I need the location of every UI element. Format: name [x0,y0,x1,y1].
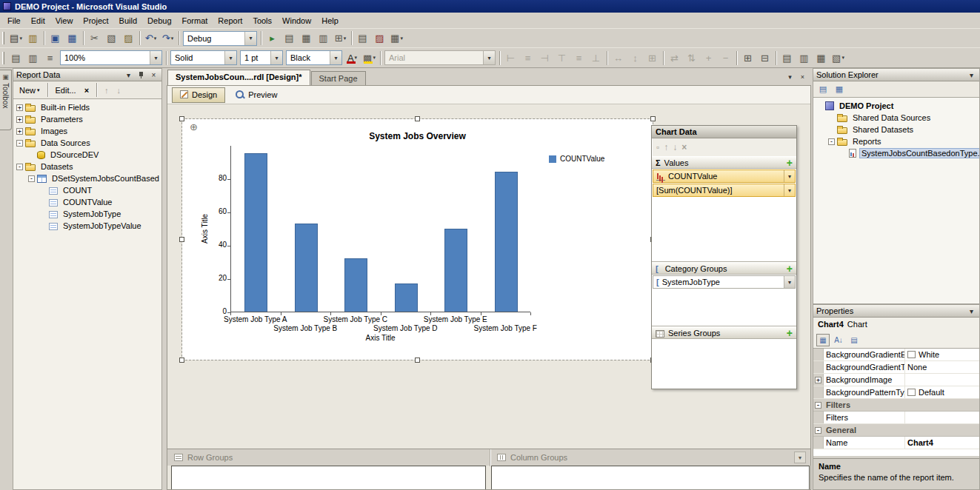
toolbar-grip[interactable] [2,52,4,64]
tree-item-reports[interactable]: -Reports [813,135,979,147]
move-down-icon[interactable]: ↓ [114,84,124,96]
solution-configurations-combobox[interactable]: Debug▾ [183,31,257,46]
add-category-group-icon[interactable]: + [787,265,793,272]
tree-item-built-in-fields[interactable]: +Built-in Fields [13,101,161,113]
resize-handle[interactable] [179,237,184,242]
align-lefts-icon[interactable]: ▤ [779,50,796,66]
align-middle-icon[interactable]: ≡ [570,50,587,66]
chevron-down-icon[interactable]: ▾ [784,184,795,196]
delete-icon[interactable]: × [81,84,92,96]
resize-handle[interactable] [179,116,184,121]
menu-report[interactable]: Report [213,14,247,27]
collapse-expander-icon[interactable]: - [815,402,821,409]
menu-tools[interactable]: Tools [247,14,277,27]
chart-plot-area[interactable] [230,146,530,312]
new-button[interactable]: New▾ [16,84,43,96]
undo-icon[interactable]: ↶▾ [142,30,159,47]
tree-item-parameters[interactable]: +Parameters [13,113,161,125]
toolbox-autohide-tab[interactable]: ▣ Toolbox [0,70,12,130]
border-color-combobox[interactable]: Black▾ [286,50,342,65]
align-left-icon[interactable]: ⊢ [502,50,519,66]
bar-system-job-type-e[interactable] [444,229,467,312]
tree-item-shared-datasets[interactable]: Shared Datasets [813,124,979,135]
foreground-color-icon[interactable]: A▾ [344,50,361,66]
increase-spacing-icon[interactable]: + [700,50,717,66]
border-style-combobox[interactable]: Solid▾ [170,50,237,65]
save-icon[interactable]: ▣ [47,30,64,47]
float-panel-icon[interactable]: ▫ [656,142,659,152]
row-groups-area[interactable] [171,466,486,490]
copy-icon[interactable]: ▧ [103,30,120,47]
chevron-down-icon[interactable]: ▾ [967,306,976,316]
move-up-icon[interactable]: ↑ [101,84,112,96]
property-value[interactable]: Chart4 [905,437,979,449]
design-surface[interactable]: ⊕ System Jobs Overview COUNTValue Axis T… [167,104,810,447]
value-expression-row[interactable]: [Sum(COUNTValue)] ▾ [653,184,796,197]
property-pages-icon[interactable]: ▤ [847,334,861,346]
tree-item-images[interactable]: +Images [13,125,161,137]
tab-preview[interactable]: Preview [227,87,284,102]
categorized-icon[interactable]: ▦ [816,334,830,346]
align-center-icon[interactable]: ≡ [519,50,536,66]
collapse-expander-icon[interactable]: - [815,427,821,434]
send-to-back-icon[interactable]: ⊟ [756,50,773,66]
size-to-grid-icon[interactable]: ▦ [813,50,830,66]
property-row-name[interactable]: NameChart4 [813,437,979,449]
find-icon[interactable]: ▤ [281,30,298,47]
x-axis-title[interactable]: Axis Title [230,334,530,342]
menu-build[interactable]: Build [114,14,142,27]
resize-handle[interactable] [415,116,420,121]
move-up-icon[interactable]: ↑ [664,142,668,152]
tree-item-countvalue[interactable]: COUNTValue [13,196,161,208]
chart-legend[interactable]: COUNTValue [549,155,604,163]
collapse-expander-icon[interactable]: - [828,138,835,145]
property-row-filters[interactable]: Filters [813,412,979,424]
zoom-combobox[interactable]: 100%▾ [60,50,162,65]
collapse-expander-icon[interactable]: - [28,175,35,182]
value-field-row[interactable]: COUNTValue ▾ [653,170,796,183]
bar-system-job-type-c[interactable] [344,258,367,312]
save-all-icon[interactable]: ▦ [64,30,81,47]
alphabetical-sort-icon[interactable]: A↓ [832,334,845,346]
bar-system-job-type-a[interactable] [244,153,267,312]
paste-icon[interactable]: ▨ [120,30,137,47]
tree-item-count[interactable]: COUNT [13,184,161,196]
menu-file[interactable]: File [2,14,26,27]
object-selector-combobox[interactable]: Chart4Chart [813,318,979,332]
vertical-spacing-icon[interactable]: ⇅ [683,50,700,66]
page-setup-icon[interactable]: ▥ [24,50,41,66]
menu-help[interactable]: Help [316,14,344,27]
border-width-combobox[interactable]: 1 pt▾ [240,50,283,65]
make-same-height-icon[interactable]: ↕ [627,50,644,66]
tree-item-systemjobscountbasedontype[interactable]: SystemJobsCountBasedonType... [813,147,979,159]
add-series-group-icon[interactable]: + [787,329,793,337]
tab-report-document[interactable]: SystemJobsCoun....rdl [Design]* [167,70,310,85]
make-same-size-icon[interactable]: ⊞ [644,50,661,66]
background-color-icon[interactable]: ▩▾ [361,50,378,66]
bar-system-job-type-b[interactable] [295,224,318,312]
bar-system-job-type-f[interactable] [495,172,518,312]
chart-title[interactable]: System Jobs Overview [182,131,653,141]
property-row-backgroundimage[interactable]: +BackgroundImage [813,374,979,386]
property-value[interactable]: Default [905,386,979,398]
menu-debug[interactable]: Debug [142,14,176,27]
expand-expander-icon[interactable]: + [16,104,23,111]
tab-design[interactable]: Design [172,87,225,103]
expand-expander-icon[interactable]: + [815,377,821,383]
tree-item-dsourcedev[interactable]: DSourceDEV [13,149,161,161]
horizontal-spacing-icon[interactable]: ⇄ [666,50,683,66]
error-list-icon[interactable]: ▨ [371,30,388,47]
tree-item-datasets[interactable]: -Datasets [13,161,161,172]
decrease-spacing-icon[interactable]: − [717,50,734,66]
column-groups-area[interactable] [491,466,810,490]
y-axis-title[interactable]: Axis Title [201,214,209,244]
close-icon[interactable]: × [149,70,159,80]
active-files-chevron-icon[interactable]: ▾ [784,71,796,82]
layout-options-icon[interactable]: ▧▾ [830,50,847,66]
align-top-icon[interactable]: ⊤ [553,50,570,66]
cut-icon[interactable]: ✂ [86,30,103,47]
align-right-icon[interactable]: ⊣ [536,50,553,66]
start-debugging-icon[interactable]: ▸ [264,30,281,47]
add-value-icon[interactable]: + [787,159,793,167]
chevron-down-icon[interactable]: ▾ [784,276,795,288]
